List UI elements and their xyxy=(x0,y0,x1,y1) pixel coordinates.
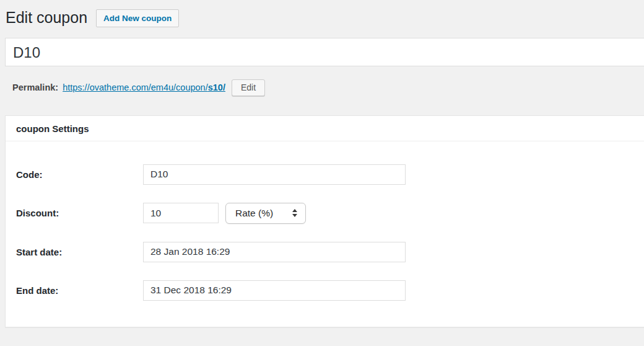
metabox-title: coupon Settings xyxy=(6,116,644,141)
permalink-link[interactable]: https://ovatheme.com/em4u/coupon/s10/ xyxy=(63,82,225,92)
admin-page-wrap: Edit coupon Add New coupon Permalink: ht… xyxy=(0,0,644,327)
coupon-settings-metabox: coupon Settings Code: Discount: Rate (%) xyxy=(5,115,644,327)
code-input[interactable] xyxy=(143,164,406,185)
page-heading-row: Edit coupon Add New coupon xyxy=(5,0,644,28)
page-title: Edit coupon xyxy=(6,7,87,28)
end-date-label: End date: xyxy=(16,285,143,296)
end-date-input[interactable] xyxy=(143,280,406,301)
permalink-url-base: https://ovatheme.com/em4u/coupon/ xyxy=(63,82,208,92)
discount-input[interactable] xyxy=(143,203,219,223)
permalink-edit-button[interactable]: Edit xyxy=(232,79,265,96)
start-date-label: Start date: xyxy=(16,247,143,257)
code-label: Code: xyxy=(16,169,143,180)
coupon-title-input[interactable] xyxy=(5,38,644,66)
discount-label: Discount: xyxy=(16,208,143,218)
code-field-row: Code: xyxy=(16,164,638,185)
discount-field-row: Discount: Rate (%) xyxy=(16,203,638,224)
select-updown-icon xyxy=(292,209,297,217)
metabox-body: Code: Discount: Rate (%) Start date: xyxy=(6,141,644,327)
permalink-slug: s10/ xyxy=(208,82,225,92)
permalink-row: Permalink: https://ovatheme.com/em4u/cou… xyxy=(5,79,644,96)
permalink-label: Permalink: xyxy=(12,82,58,92)
end-date-field-row: End date: xyxy=(16,280,638,301)
discount-unit-select[interactable]: Rate (%) xyxy=(225,203,306,224)
add-new-coupon-button[interactable]: Add New coupon xyxy=(96,9,179,27)
start-date-field-row: Start date: xyxy=(16,242,638,262)
start-date-input[interactable] xyxy=(143,242,406,262)
discount-unit-selected-value: Rate (%) xyxy=(235,208,273,219)
